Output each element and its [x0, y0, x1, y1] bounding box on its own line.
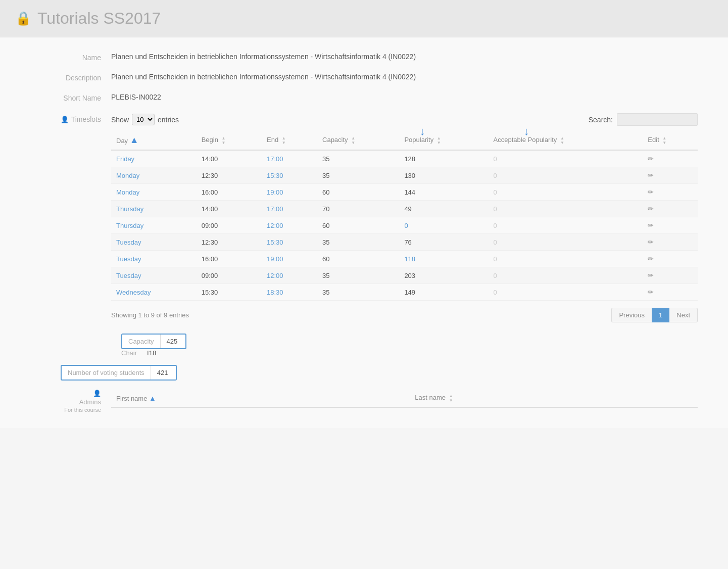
day-link[interactable]: Thursday [116, 205, 143, 213]
capacity-cell: 60 [317, 251, 399, 267]
col-acceptable-popularity[interactable]: Acceptable Popularity ↓ ▲▼ [489, 131, 643, 150]
name-row: Name Planen und Entscheiden in betriebli… [30, 53, 698, 62]
edit-cell[interactable]: ✏ [643, 267, 698, 284]
day-link[interactable]: Tuesday [116, 272, 141, 279]
search-box: Search: [589, 113, 698, 126]
popularity-cell: 149 [399, 284, 488, 301]
pagination[interactable]: Previous 1 Next [611, 308, 698, 322]
popularity-down-arrow-icon: ↓ [419, 125, 425, 138]
short-name-value: PLEBIS-IN0022 [111, 93, 698, 101]
timeslots-table: Day ▲ Begin ▲▼ End ▲▼ Capacity ▲▼ [111, 131, 698, 301]
admins-col-firstname[interactable]: First name ▲ [111, 390, 410, 407]
show-entries: Show 10 25 50 entries [111, 114, 179, 125]
voting-box-value: 421 [151, 366, 176, 380]
day-cell: Monday [111, 167, 197, 184]
table-row: Friday14:0017:00351280✏ [111, 150, 698, 167]
day-link[interactable]: Monday [116, 188, 139, 196]
capacity-cell: 35 [317, 150, 399, 167]
capacity-cell: 35 [317, 284, 399, 301]
day-cell: Friday [111, 150, 197, 167]
day-link[interactable]: Monday [116, 172, 139, 179]
short-name-row: Short Name PLEBIS-IN0022 [30, 93, 698, 102]
popularity-sort-icon: ▲▼ [437, 136, 441, 145]
edit-cell[interactable]: ✏ [643, 150, 698, 167]
end-cell: 15:30 [262, 167, 317, 184]
edit-cell[interactable]: ✏ [643, 251, 698, 267]
edit-cell[interactable]: ✏ [643, 167, 698, 184]
short-name-label: Short Name [30, 93, 111, 102]
edit-icon[interactable]: ✏ [648, 238, 654, 246]
page-header: 🔒 Tutorials SS2017 [0, 0, 728, 37]
admins-table: First name ▲ Last name ▲▼ [111, 390, 698, 408]
edit-cell[interactable]: ✏ [643, 201, 698, 217]
edit-cell[interactable]: ✏ [643, 217, 698, 234]
day-link[interactable]: Tuesday [116, 239, 141, 246]
popularity-cell: 144 [399, 184, 488, 201]
day-link[interactable]: Thursday [116, 222, 143, 229]
capacity-box: Capacity 425 [121, 334, 186, 349]
edit-cell[interactable]: ✏ [643, 184, 698, 201]
end-cell: 12:00 [262, 217, 317, 234]
end-sort-icon: ▲▼ [282, 136, 286, 145]
day-link[interactable]: Tuesday [116, 255, 141, 263]
table-row: Tuesday16:0019:00601180✏ [111, 251, 698, 267]
edit-icon[interactable]: ✏ [648, 221, 654, 229]
popularity-cell: 203 [399, 267, 488, 284]
end-cell: 19:00 [262, 251, 317, 267]
next-button[interactable]: Next [669, 308, 698, 322]
admins-person-icon: 👤 [93, 390, 101, 397]
edit-icon[interactable]: ✏ [648, 155, 654, 163]
timeslots-content: Show 10 25 50 entries Search: [111, 113, 698, 322]
col-begin[interactable]: Begin ▲▼ [197, 131, 262, 150]
firstname-sort-asc-icon: ▲ [149, 394, 156, 402]
col-capacity[interactable]: Capacity ▲▼ [317, 131, 399, 150]
day-sort-asc-icon: ▲ [130, 135, 139, 146]
capacity-row: Capacity 425 [121, 334, 698, 349]
edit-icon[interactable]: ✏ [648, 288, 654, 296]
lastname-sort-icon: ▲▼ [449, 394, 453, 403]
popularity-cell: 0 [399, 217, 488, 234]
col-end[interactable]: End ▲▼ [262, 131, 317, 150]
capacity-cell: 35 [317, 234, 399, 251]
table-row: Thursday09:0012:006000✏ [111, 217, 698, 234]
day-link[interactable]: Friday [116, 155, 134, 163]
edit-icon[interactable]: ✏ [648, 171, 654, 179]
begin-sort-icon: ▲▼ [222, 136, 226, 145]
begin-cell: 12:30 [197, 234, 262, 251]
search-input[interactable] [617, 113, 698, 126]
description-row: Description Planen und Entscheiden in be… [30, 73, 698, 82]
edit-icon[interactable]: ✏ [648, 205, 654, 213]
edit-icon[interactable]: ✏ [648, 255, 654, 263]
acceptable-popularity-cell: 0 [489, 251, 643, 267]
edit-cell[interactable]: ✏ [643, 284, 698, 301]
day-cell: Thursday [111, 201, 197, 217]
entries-select[interactable]: 10 25 50 [132, 114, 155, 125]
timeslots-section: 👤 Timeslots Show 10 25 50 entries Search… [30, 113, 698, 322]
capacity-cell: 60 [317, 184, 399, 201]
edit-icon[interactable]: ✏ [648, 271, 654, 279]
admins-col-lastname[interactable]: Last name ▲▼ [410, 390, 698, 407]
name-label: Name [30, 53, 111, 62]
name-value: Planen und Entscheiden in betrieblichen … [111, 53, 698, 61]
day-cell: Tuesday [111, 234, 197, 251]
acceptable-popularity-cell: 0 [489, 167, 643, 184]
admins-label: 👤 Admins For this course [30, 390, 111, 413]
col-day[interactable]: Day ▲ [111, 131, 197, 150]
begin-cell: 12:30 [197, 167, 262, 184]
search-label: Search: [589, 116, 613, 124]
edit-icon[interactable]: ✏ [648, 188, 654, 196]
page-1-button[interactable]: 1 [652, 308, 669, 322]
chair-value: I18 [147, 349, 156, 357]
end-cell: 17:00 [262, 201, 317, 217]
end-cell: 15:30 [262, 234, 317, 251]
col-popularity[interactable]: Popularity ↓ ▲▼ [399, 131, 488, 150]
acceptable-popularity-cell: 0 [489, 217, 643, 234]
edit-cell[interactable]: ✏ [643, 234, 698, 251]
end-cell: 17:00 [262, 150, 317, 167]
entries-label: entries [158, 116, 179, 124]
day-link[interactable]: Wednesday [116, 289, 151, 296]
previous-button[interactable]: Previous [611, 308, 652, 322]
begin-cell: 14:00 [197, 150, 262, 167]
popularity-cell: 76 [399, 234, 488, 251]
popularity-cell: 130 [399, 167, 488, 184]
